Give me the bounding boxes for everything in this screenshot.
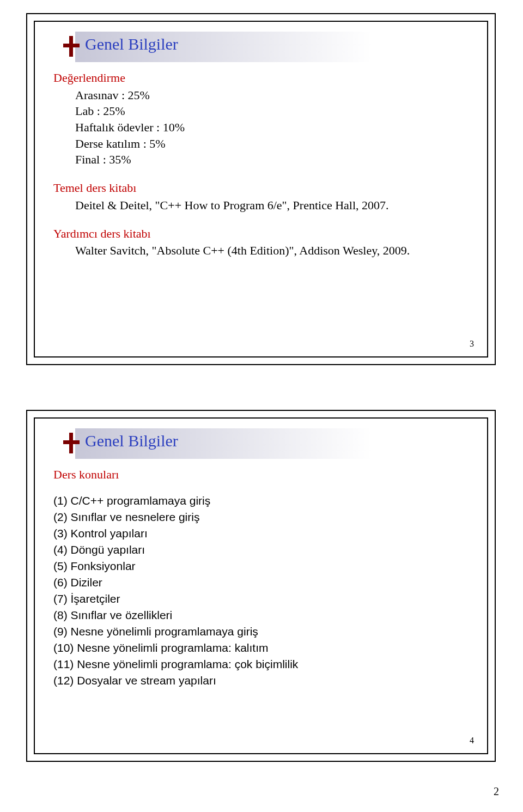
eval-katilim: Derse katılım : 5% (75, 136, 469, 152)
slide-2-page-number: 4 (470, 736, 474, 746)
title-bullet-icon (66, 37, 76, 53)
slide-1: Genel Bilgiler Değerlendirme Arasınav : … (26, 13, 496, 365)
slide-2-title: Genel Bilgiler (53, 428, 457, 459)
list-item: (5) Fonksiyonlar (53, 558, 469, 574)
eval-lab: Lab : 25% (75, 103, 469, 119)
eval-haftalik: Haftalık ödevler : 10% (75, 119, 469, 136)
main-book: Deitel & Deitel, "C++ How to Program 6/e… (75, 197, 469, 214)
slide-2-inner: Genel Bilgiler Ders konuları (1) C/C++ p… (34, 417, 488, 754)
list-item: (3) Kontrol yapıları (53, 525, 469, 542)
list-item: (2) Sınıflar ve nesnelere giriş (53, 509, 469, 525)
slide-1-title: Genel Bilgiler (53, 32, 457, 62)
list-item: (10) Nesne yönelimli programlama: kalıtı… (53, 640, 469, 656)
eval-arasinav: Arasınav : 25% (75, 87, 469, 104)
slide-2-content: Ders konuları (1) C/C++ programlamaya gi… (53, 468, 469, 689)
list-item: (1) C/C++ programlamaya giriş (53, 493, 469, 509)
list-item: (9) Nesne yönelimli programlamaya giriş (53, 623, 469, 640)
slide-1-content: Değerlendirme Arasınav : 25% Lab : 25% H… (53, 70, 469, 259)
aux-book: Walter Savitch, "Absolute C++ (4th Editi… (75, 243, 469, 259)
main-book-heading: Temel ders kitabı (53, 180, 469, 196)
list-item: (7) İşaretçiler (53, 591, 469, 607)
slide-1-inner: Genel Bilgiler Değerlendirme Arasınav : … (34, 21, 488, 357)
slide-1-page-number: 3 (470, 339, 474, 349)
page: Genel Bilgiler Değerlendirme Arasınav : … (0, 0, 523, 812)
slide-1-title-text: Genel Bilgiler (85, 35, 178, 53)
list-item: (11) Nesne yönelimli programlama: çok bi… (53, 656, 469, 672)
slide-2-title-text: Genel Bilgiler (85, 432, 178, 450)
aux-book-heading: Yardımcı ders kitabı (53, 226, 469, 242)
list-item: (6) Diziler (53, 574, 469, 591)
title-bullet-icon (66, 434, 76, 450)
eval-final: Final : 35% (75, 152, 469, 168)
list-item: (4) Döngü yapıları (53, 542, 469, 558)
eval-heading: Değerlendirme (53, 70, 469, 86)
list-item: (8) Sınıflar ve özellikleri (53, 607, 469, 623)
topics-heading: Ders konuları (53, 468, 469, 482)
list-item: (12) Dosyalar ve stream yapıları (53, 672, 469, 689)
document-page-number: 2 (494, 785, 499, 798)
topics-list: (1) C/C++ programlamaya giriş (2) Sınıfl… (53, 493, 469, 689)
slide-2: Genel Bilgiler Ders konuları (1) C/C++ p… (26, 410, 496, 762)
